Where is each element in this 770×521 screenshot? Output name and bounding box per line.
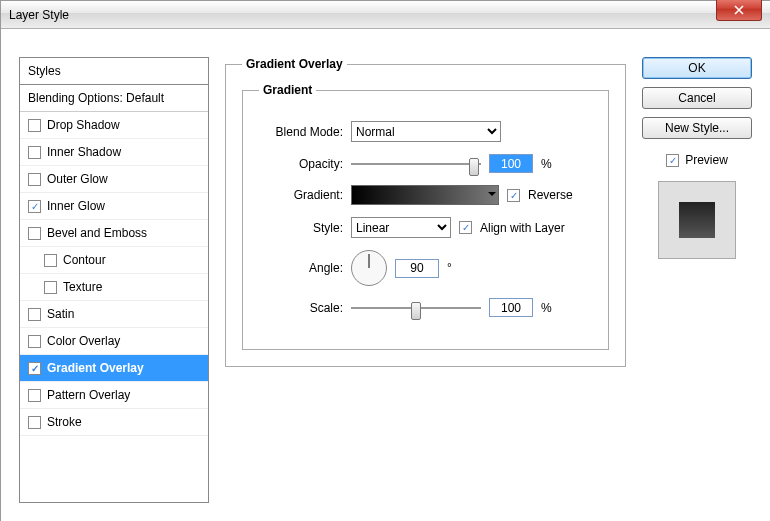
style-checkbox[interactable] bbox=[28, 389, 41, 402]
style-item-inner-shadow[interactable]: Inner Shadow bbox=[20, 139, 208, 166]
style-item-stroke[interactable]: Stroke bbox=[20, 409, 208, 436]
style-checkbox[interactable] bbox=[28, 119, 41, 132]
preview-thumbnail bbox=[679, 202, 715, 238]
angle-dial[interactable] bbox=[351, 250, 387, 286]
styles-header[interactable]: Styles bbox=[20, 58, 208, 85]
angle-unit: ° bbox=[447, 261, 452, 275]
preview-swatch bbox=[658, 181, 736, 259]
style-checkbox[interactable] bbox=[44, 281, 57, 294]
style-item-label: Satin bbox=[47, 307, 74, 321]
style-item-label: Texture bbox=[63, 280, 102, 294]
new-style-button[interactable]: New Style... bbox=[642, 117, 752, 139]
style-item-pattern-overlay[interactable]: Pattern Overlay bbox=[20, 382, 208, 409]
style-label: Style: bbox=[259, 221, 343, 235]
angle-label: Angle: bbox=[259, 261, 343, 275]
opacity-unit: % bbox=[541, 157, 552, 171]
style-item-label: Color Overlay bbox=[47, 334, 120, 348]
reverse-label: Reverse bbox=[528, 188, 573, 202]
style-select[interactable]: Linear bbox=[351, 217, 451, 238]
reverse-checkbox[interactable]: ✓ bbox=[507, 189, 520, 202]
gradient-label: Gradient: bbox=[259, 188, 343, 202]
gradient-picker[interactable] bbox=[351, 185, 499, 205]
style-item-contour[interactable]: Contour bbox=[20, 247, 208, 274]
style-checkbox[interactable] bbox=[28, 173, 41, 186]
style-item-label: Gradient Overlay bbox=[47, 361, 144, 375]
style-item-drop-shadow[interactable]: Drop Shadow bbox=[20, 112, 208, 139]
style-checkbox[interactable]: ✓ bbox=[28, 362, 41, 375]
style-checkbox[interactable] bbox=[28, 227, 41, 240]
dialog-buttons: OK Cancel New Style... ✓ Preview bbox=[642, 57, 752, 503]
scale-unit: % bbox=[541, 301, 552, 315]
styles-list: Styles Blending Options: Default Drop Sh… bbox=[19, 57, 209, 503]
preview-checkbox[interactable]: ✓ bbox=[666, 154, 679, 167]
angle-input[interactable] bbox=[395, 259, 439, 278]
style-item-bevel-and-emboss[interactable]: Bevel and Emboss bbox=[20, 220, 208, 247]
style-item-label: Contour bbox=[63, 253, 106, 267]
style-item-label: Outer Glow bbox=[47, 172, 108, 186]
style-item-label: Inner Shadow bbox=[47, 145, 121, 159]
inner-title: Gradient bbox=[259, 83, 316, 97]
style-checkbox[interactable] bbox=[28, 335, 41, 348]
style-item-outer-glow[interactable]: Outer Glow bbox=[20, 166, 208, 193]
style-checkbox[interactable] bbox=[44, 254, 57, 267]
opacity-label: Opacity: bbox=[259, 157, 343, 171]
style-item-label: Stroke bbox=[47, 415, 82, 429]
style-checkbox[interactable] bbox=[28, 308, 41, 321]
style-item-color-overlay[interactable]: Color Overlay bbox=[20, 328, 208, 355]
group-title: Gradient Overlay bbox=[242, 57, 347, 71]
settings-panel: Gradient Overlay Gradient Blend Mode: No… bbox=[225, 57, 626, 503]
style-checkbox[interactable] bbox=[28, 146, 41, 159]
scale-label: Scale: bbox=[259, 301, 343, 315]
style-item-label: Bevel and Emboss bbox=[47, 226, 147, 240]
gradient-group: Gradient Blend Mode: Normal Opacity: bbox=[242, 83, 609, 350]
style-item-inner-glow[interactable]: ✓Inner Glow bbox=[20, 193, 208, 220]
style-item-label: Pattern Overlay bbox=[47, 388, 130, 402]
style-item-gradient-overlay[interactable]: ✓Gradient Overlay bbox=[20, 355, 208, 382]
style-item-label: Drop Shadow bbox=[47, 118, 120, 132]
align-label: Align with Layer bbox=[480, 221, 565, 235]
layer-style-dialog: Layer Style Styles Blending Options: Def… bbox=[0, 0, 770, 521]
ok-button[interactable]: OK bbox=[642, 57, 752, 79]
style-item-texture[interactable]: Texture bbox=[20, 274, 208, 301]
blend-mode-label: Blend Mode: bbox=[259, 125, 343, 139]
preview-label: Preview bbox=[685, 153, 728, 167]
opacity-slider[interactable] bbox=[351, 155, 481, 173]
align-checkbox[interactable]: ✓ bbox=[459, 221, 472, 234]
scale-slider[interactable] bbox=[351, 299, 481, 317]
gradient-overlay-group: Gradient Overlay Gradient Blend Mode: No… bbox=[225, 57, 626, 367]
close-icon bbox=[733, 5, 745, 15]
blending-options[interactable]: Blending Options: Default bbox=[20, 85, 208, 112]
style-item-satin[interactable]: Satin bbox=[20, 301, 208, 328]
style-item-label: Inner Glow bbox=[47, 199, 105, 213]
title-bar: Layer Style bbox=[1, 1, 770, 29]
blend-mode-select[interactable]: Normal bbox=[351, 121, 501, 142]
window-title: Layer Style bbox=[9, 8, 69, 22]
opacity-input[interactable] bbox=[489, 154, 533, 173]
scale-input[interactable] bbox=[489, 298, 533, 317]
cancel-button[interactable]: Cancel bbox=[642, 87, 752, 109]
style-checkbox[interactable] bbox=[28, 416, 41, 429]
close-button[interactable] bbox=[716, 0, 762, 21]
style-checkbox[interactable]: ✓ bbox=[28, 200, 41, 213]
